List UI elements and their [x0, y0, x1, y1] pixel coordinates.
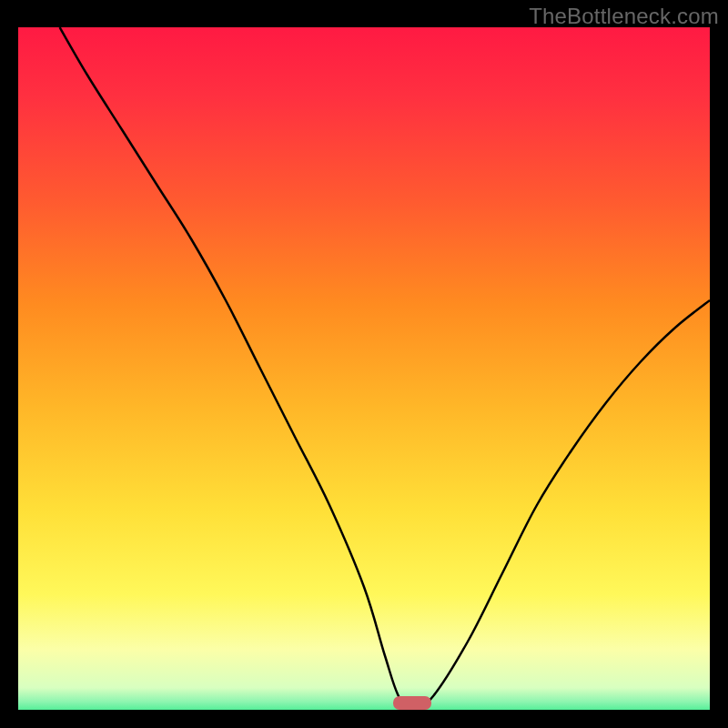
- chart-frame: TheBottleneck.com: [0, 0, 728, 728]
- watermark-label: TheBottleneck.com: [529, 4, 719, 29]
- min-marker: [393, 696, 431, 710]
- bottleneck-curve: [18, 27, 710, 710]
- plot-area: [18, 27, 710, 710]
